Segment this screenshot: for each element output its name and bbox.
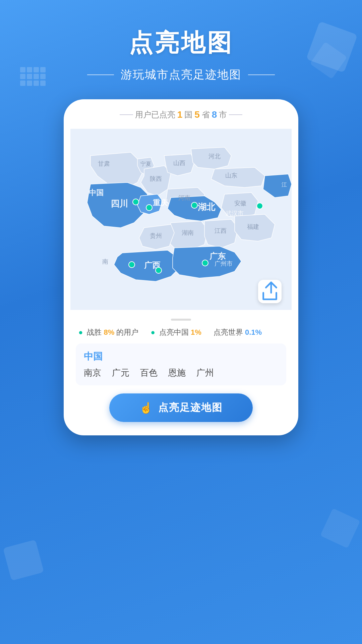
beat-suffix: 的用户 (116, 328, 138, 336)
stats-country-label: 国 (184, 109, 192, 120)
header: 点亮地图 游玩城市点亮足迹地图 (0, 0, 362, 83)
china-dot: ● (150, 328, 155, 336)
stats-line-right (229, 114, 242, 115)
jiangxi-label: 江西 (215, 227, 227, 234)
svg-point-5 (129, 262, 135, 268)
svg-point-4 (257, 203, 263, 209)
city-2: 广元 (112, 367, 129, 379)
china-stat-pct: 1% (191, 328, 201, 336)
stats-row: 用户已点亮 1 国 5 省 8 市 (70, 109, 292, 120)
map-area: 甘肃 宁夏 陕西 山西 河北 山东 河南 安徽 湖南 江西 福建 贵州 中国 四… (70, 125, 292, 313)
page-subtitle: 游玩城市点亮足迹地图 (121, 67, 241, 83)
beat-pct: 8% (104, 328, 115, 336)
hunan-label: 湖南 (182, 229, 194, 236)
svg-point-6 (156, 267, 162, 273)
china-stat-label: 点亮中国 (159, 328, 189, 336)
guangdong-label: 广东 (209, 252, 226, 261)
stats-country-count: 1 (177, 109, 183, 120)
header-line-left (87, 74, 114, 75)
city-3: 百色 (140, 367, 158, 379)
bottom-stats: ● 战胜 8% 的用户 ● 点亮中国 1% 点亮世界 0.1% (70, 324, 292, 341)
cta-icon: ☝️ (139, 401, 154, 414)
city-4: 恩施 (168, 367, 186, 379)
south-label: 南 (102, 258, 108, 265)
wuhan-label: 武汉市 (226, 210, 244, 217)
city-card-cities: 南京 广元 百色 恩施 广州 (84, 367, 278, 379)
sichuan-label: 四川 (111, 199, 128, 209)
phone-container: 用户已点亮 1 国 5 省 8 市 (0, 99, 362, 435)
world-stat-label: 点亮世界 (214, 328, 243, 336)
stats-city-count: 8 (212, 109, 217, 120)
ningxia-label: 宁夏 (140, 161, 151, 167)
hebei-label: 河北 (208, 153, 221, 160)
shanxi-label: 山西 (173, 160, 185, 166)
anhui-label: 安徽 (234, 200, 246, 207)
cta-button[interactable]: ☝️ 点亮足迹地图 (109, 393, 253, 422)
stats-province-label: 省 (202, 109, 210, 120)
shandong-label: 山东 (225, 172, 237, 179)
svg-point-1 (133, 199, 139, 205)
stats-line-left (120, 114, 133, 115)
cta-label: 点亮足迹地图 (158, 401, 223, 415)
chongqing-label: 重庆 (153, 199, 168, 207)
stats-province-count: 5 (194, 109, 200, 120)
subtitle-row: 游玩城市点亮足迹地图 (0, 67, 362, 83)
cta-row: ☝️ 点亮足迹地图 (70, 388, 292, 429)
guizhou-label: 贵州 (150, 232, 162, 239)
gansu-label: 甘肃 (98, 160, 110, 167)
header-line-right (248, 74, 275, 75)
city-card: 中国 南京 广元 百色 恩施 广州 (76, 343, 286, 385)
svg-point-2 (191, 202, 197, 208)
city-1: 南京 (84, 367, 101, 379)
guangzhou-label: 广州市 (215, 260, 233, 267)
phone-mockup: 用户已点亮 1 国 5 省 8 市 (64, 99, 298, 435)
beat-label: 战胜 (87, 328, 102, 336)
world-stat-pct: 0.1% (245, 328, 262, 336)
scroll-handle (171, 319, 191, 321)
svg-point-3 (146, 205, 152, 211)
beat-dot: ● (78, 328, 83, 336)
jiangsu-label: 江 (282, 182, 287, 187)
city-5: 广州 (196, 367, 214, 379)
svg-point-7 (202, 260, 208, 266)
shaanxi-label: 陕西 (150, 175, 162, 182)
henan-label: 河南 (178, 195, 190, 201)
city-card-country: 中国 (84, 350, 278, 363)
hubei-label: 湖北 (198, 202, 216, 212)
page-title: 点亮地图 (0, 27, 362, 59)
china-label: 中国 (89, 189, 104, 197)
stats-prefix: 用户已点亮 (135, 109, 175, 120)
share-button[interactable] (258, 280, 282, 303)
fujian-label: 福建 (247, 223, 259, 230)
stats-city-label: 市 (219, 109, 227, 120)
